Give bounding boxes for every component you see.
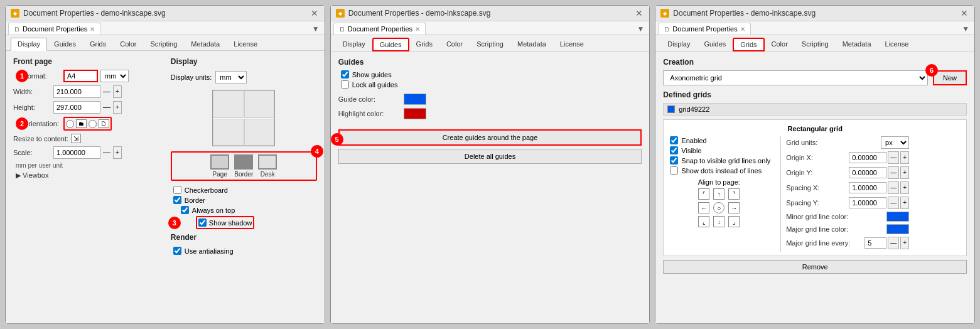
- tab-metadata-2[interactable]: Metadata: [510, 38, 553, 51]
- tab-metadata-1[interactable]: Metadata: [184, 38, 227, 50]
- new-grid-btn[interactable]: New: [933, 70, 967, 85]
- origin-y-plus[interactable]: +: [900, 166, 909, 179]
- align-ml-icon[interactable]: ←: [698, 202, 709, 213]
- tab-label-1: Document Properties: [23, 25, 87, 33]
- antialiasing-checkbox[interactable]: [173, 247, 181, 255]
- spacing-x-minus[interactable]: —: [888, 181, 899, 194]
- tab-color-3[interactable]: Color: [765, 38, 795, 51]
- major-color-btn[interactable]: [886, 224, 909, 234]
- tab-color-1[interactable]: Color: [113, 38, 143, 50]
- orient-portrait-radio[interactable]: [66, 120, 74, 128]
- enabled-checkbox[interactable]: [670, 136, 678, 144]
- scale-input[interactable]: [53, 146, 100, 159]
- preview-desk-opt[interactable]: Desk: [258, 154, 277, 178]
- height-plus[interactable]: +: [113, 101, 122, 114]
- major-every-input[interactable]: [864, 237, 886, 249]
- show-shadow-row: 3 Show shadow: [186, 216, 317, 229]
- align-mc-icon[interactable]: ○: [713, 202, 724, 213]
- close-button-3[interactable]: ✕: [959, 8, 969, 18]
- visible-label: Visible: [681, 147, 701, 154]
- display-units-select[interactable]: mm px: [215, 71, 247, 84]
- major-every-minus[interactable]: —: [888, 237, 899, 249]
- visible-checkbox[interactable]: [670, 146, 678, 154]
- format-input[interactable]: [63, 70, 98, 82]
- tab-grids-2[interactable]: Grids: [409, 38, 439, 51]
- checkerboard-checkbox[interactable]: [173, 186, 181, 194]
- align-tc-icon[interactable]: ↑: [713, 188, 724, 200]
- landscape-icon[interactable]: 🗋: [99, 119, 109, 128]
- create-guides-btn[interactable]: Create guides around the page: [338, 129, 642, 146]
- border-checkbox[interactable]: [173, 196, 181, 204]
- always-on-top-checkbox[interactable]: [181, 206, 189, 214]
- width-plus[interactable]: +: [113, 85, 122, 98]
- tab-chevron-2[interactable]: ▼: [634, 23, 647, 35]
- viewbox-row[interactable]: ▶ Viewbox: [13, 171, 159, 180]
- tab-guides-1[interactable]: Guides: [47, 38, 83, 50]
- tab-document-properties-2[interactable]: 🗋 Document Properties ✕: [333, 23, 426, 35]
- preview-border-opt[interactable]: Border: [234, 154, 253, 178]
- delete-all-guides-btn[interactable]: Delete all guides: [338, 149, 642, 164]
- align-br-icon[interactable]: ⌟: [728, 216, 740, 227]
- tab-document-properties-3[interactable]: 🗋 Document Properties ✕: [658, 23, 750, 35]
- show-shadow-checkbox[interactable]: [198, 218, 207, 227]
- resize-btn[interactable]: ⇲: [71, 134, 81, 143]
- tab-display[interactable]: Display: [11, 38, 47, 51]
- minor-color-btn[interactable]: [886, 212, 909, 222]
- always-on-top-row: Always on top: [171, 206, 317, 214]
- origin-x-minus[interactable]: —: [888, 151, 899, 164]
- origin-y-minus[interactable]: —: [888, 166, 899, 179]
- spacing-y-plus[interactable]: +: [900, 197, 909, 209]
- tab-license-3[interactable]: License: [878, 38, 916, 51]
- tab-color-2[interactable]: Color: [439, 38, 470, 51]
- close-button-2[interactable]: ✕: [634, 8, 644, 18]
- tab-guides-3[interactable]: Guides: [697, 38, 733, 51]
- tab-metadata-3[interactable]: Metadata: [836, 38, 878, 51]
- preview-page-opt[interactable]: Page: [210, 154, 229, 178]
- tab-close-2[interactable]: ✕: [415, 26, 420, 33]
- spacing-x-input[interactable]: [849, 182, 886, 193]
- grid-type-select[interactable]: Axonometric grid: [663, 70, 928, 85]
- align-bl-icon[interactable]: ⌞: [698, 216, 709, 227]
- origin-x-input[interactable]: [849, 152, 886, 163]
- align-tl-icon[interactable]: ⌜: [698, 188, 709, 200]
- align-mr-icon[interactable]: →: [728, 202, 740, 213]
- dots-checkbox[interactable]: [670, 166, 678, 175]
- format-unit-select[interactable]: mm px: [100, 70, 129, 82]
- origin-x-plus[interactable]: +: [900, 151, 909, 164]
- tab-chevron-1[interactable]: ▼: [310, 23, 322, 35]
- tab-document-properties-1[interactable]: 🗋 Document Properties ✕: [8, 23, 100, 35]
- guide-color-btn[interactable]: [404, 94, 426, 105]
- orient-landscape-radio[interactable]: [89, 120, 97, 128]
- align-tr-icon[interactable]: ⌝: [728, 188, 740, 200]
- close-button-1[interactable]: ✕: [310, 8, 320, 18]
- lock-guides-checkbox[interactable]: [341, 80, 349, 89]
- tab-display-2[interactable]: Display: [336, 38, 372, 51]
- tab-display-3[interactable]: Display: [660, 38, 697, 51]
- grid-units-select[interactable]: px mm: [881, 136, 909, 149]
- tab-guides-2[interactable]: Guides: [372, 38, 409, 51]
- remove-btn[interactable]: Remove: [663, 260, 967, 274]
- width-input[interactable]: [53, 85, 100, 98]
- portrait-icon[interactable]: 🖿: [76, 119, 87, 128]
- tab-grids-3[interactable]: Grids: [733, 38, 764, 51]
- tab-scripting-2[interactable]: Scripting: [470, 38, 510, 51]
- tab-close-1[interactable]: ✕: [90, 26, 95, 33]
- tab-scripting-1[interactable]: Scripting: [144, 38, 185, 50]
- highlight-color-btn[interactable]: [404, 108, 426, 119]
- tab-close-3[interactable]: ✕: [740, 26, 745, 33]
- spacing-x-plus[interactable]: +: [900, 181, 909, 194]
- spacing-y-minus[interactable]: —: [888, 197, 899, 209]
- align-bc-icon[interactable]: ↓: [713, 216, 724, 227]
- tab-grids-1[interactable]: Grids: [83, 38, 113, 50]
- show-guides-checkbox[interactable]: [341, 70, 349, 78]
- tab-license-1[interactable]: License: [227, 38, 264, 50]
- major-every-plus[interactable]: +: [900, 237, 909, 249]
- tab-scripting-3[interactable]: Scripting: [795, 38, 836, 51]
- snap-checkbox[interactable]: [670, 156, 678, 164]
- tab-chevron-3[interactable]: ▼: [959, 23, 972, 35]
- tab-license-2[interactable]: License: [553, 38, 591, 51]
- origin-y-input[interactable]: [849, 167, 886, 178]
- scale-plus[interactable]: +: [113, 146, 122, 159]
- spacing-y-input[interactable]: [849, 197, 886, 208]
- height-input[interactable]: [53, 101, 100, 114]
